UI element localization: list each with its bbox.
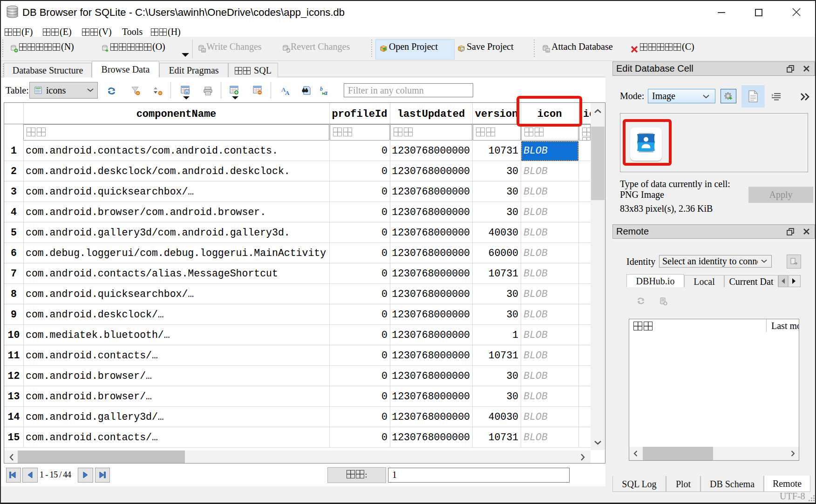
svg-text:a: a: [324, 89, 327, 96]
svg-text:A: A: [285, 89, 290, 96]
svg-text:b: b: [320, 86, 323, 92]
